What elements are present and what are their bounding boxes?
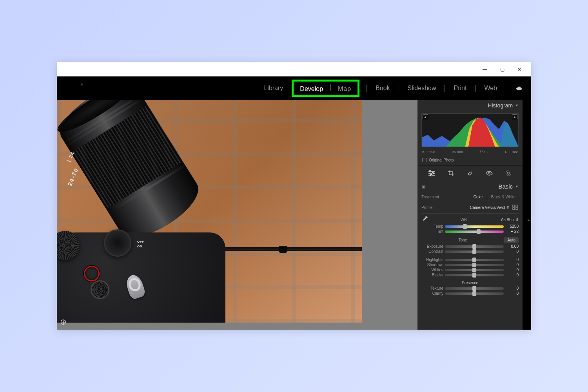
exif-shutter: 1/30 sec xyxy=(505,150,518,154)
blacks-label: Blacks xyxy=(421,273,443,277)
wb-eyedropper-icon[interactable] xyxy=(421,216,428,223)
window-minimize-button[interactable]: — xyxy=(476,63,494,76)
shadows-value[interactable]: 0 xyxy=(505,263,519,267)
zoom-loupe-icon[interactable]: ⊕ xyxy=(60,317,67,327)
svg-point-3 xyxy=(429,171,431,172)
module-print[interactable]: Print xyxy=(452,83,468,93)
exposure-slider[interactable] xyxy=(445,245,504,248)
whites-label: Whites xyxy=(421,268,443,272)
tint-label: Tint xyxy=(421,229,443,234)
app-body: ▴ Library Develop Map Book Slideshow Pri… xyxy=(57,76,531,330)
svg-rect-11 xyxy=(516,205,518,207)
redeye-tool-icon[interactable] xyxy=(484,169,495,178)
whites-slider-row: Whites 0 xyxy=(421,267,519,272)
tone-section-header: Tone Auto xyxy=(421,234,519,244)
module-develop[interactable]: Develop xyxy=(298,84,325,94)
original-photo-row: Original Photo xyxy=(417,156,523,166)
basic-panel-header[interactable]: ◉ Basic ▼ xyxy=(417,181,523,192)
top-panel-collapse-icon[interactable]: ▴ xyxy=(80,80,83,87)
exif-iso: ISO 250 xyxy=(422,150,435,154)
exif-summary: ISO 250 35 mm f / 16 1/30 sec xyxy=(417,149,523,156)
clarity-value[interactable]: 0 xyxy=(505,291,519,296)
presence-section-header: Presence xyxy=(421,278,519,286)
highlights-slider[interactable] xyxy=(445,259,504,261)
app-window: — ▢ ✕ ▴ Library Develop Map Book Slidesh… xyxy=(57,62,531,330)
module-library[interactable]: Library xyxy=(262,83,285,93)
edit-sliders-icon[interactable] xyxy=(426,169,437,178)
texture-value[interactable]: 0 xyxy=(505,286,519,290)
camera-on-label: ON xyxy=(137,244,144,249)
tint-slider[interactable] xyxy=(445,230,504,233)
tint-value[interactable]: + 22 xyxy=(505,229,519,234)
temp-slider-row: Temp 5250 xyxy=(421,224,519,229)
profile-value: Camera Velvia/Vivid xyxy=(470,205,505,210)
wb-row: WB : As Shot ⇵ xyxy=(421,214,519,224)
clarity-slider[interactable] xyxy=(445,292,504,295)
whites-slider[interactable] xyxy=(445,269,504,271)
contrast-value[interactable]: 0 xyxy=(505,249,519,254)
svg-point-4 xyxy=(432,172,434,174)
whites-value[interactable]: 0 xyxy=(505,268,519,272)
highlight-clipping-toggle[interactable]: ▲ xyxy=(512,114,517,119)
treatment-label: Treatment : xyxy=(421,195,441,199)
module-slideshow[interactable]: Slideshow xyxy=(406,83,438,93)
exposure-value[interactable]: 0.00 xyxy=(505,244,519,249)
original-photo-label: Original Photo xyxy=(429,158,454,162)
blacks-value[interactable]: 0 xyxy=(505,273,519,277)
profile-dropdown[interactable]: Camera Velvia/Vivid ⇵ xyxy=(438,205,509,210)
tint-slider-row: Tint + 22 xyxy=(421,229,519,234)
svg-rect-12 xyxy=(513,208,515,210)
histogram-panel-header[interactable]: Histogram ▼ xyxy=(417,100,523,111)
crop-tool-icon[interactable] xyxy=(445,169,456,178)
healing-tool-icon[interactable] xyxy=(465,169,475,178)
texture-label: Texture xyxy=(421,286,443,290)
auto-tone-button[interactable]: Auto xyxy=(504,237,519,243)
shadow-clipping-toggle[interactable]: ▲ xyxy=(423,114,428,119)
panel-visibility-eye-icon[interactable]: ◉ xyxy=(421,184,425,189)
histogram-display[interactable]: ▲ ▲ xyxy=(421,113,519,147)
treatment-bw-option[interactable]: Black & White xyxy=(488,194,519,200)
treatment-color-option[interactable]: Color xyxy=(470,194,486,200)
original-photo-checkbox[interactable] xyxy=(422,158,426,162)
highlights-slider-row: Highlights 0 xyxy=(421,257,519,262)
highlights-label: Highlights xyxy=(421,258,443,262)
annotation-highlight: Develop Map xyxy=(292,80,359,97)
image-canvas[interactable]: | 24 24-70 OFF ON ⊕ xyxy=(57,100,417,330)
temp-label: Temp xyxy=(421,224,443,229)
dropdown-arrows-icon: ⇵ xyxy=(506,206,509,209)
contrast-slider[interactable] xyxy=(445,250,504,253)
shadows-slider[interactable] xyxy=(445,264,504,266)
module-separator xyxy=(399,85,399,92)
temp-slider[interactable] xyxy=(445,225,504,228)
temp-value[interactable]: 5250 xyxy=(505,224,519,229)
histogram-title: Histogram xyxy=(488,102,513,109)
right-panel-expand-icon[interactable]: ▸ xyxy=(526,215,531,225)
module-map[interactable]: Map xyxy=(336,84,353,94)
basic-panel-body: Treatment : Color Black & White Profile … xyxy=(417,192,523,330)
highlights-value[interactable]: 0 xyxy=(505,258,519,262)
texture-slider[interactable] xyxy=(445,287,504,290)
tone-label: Tone xyxy=(421,238,504,242)
cloud-sync-icon[interactable] xyxy=(515,85,523,91)
blacks-slider[interactable] xyxy=(445,274,504,276)
wb-dropdown[interactable]: As Shot ⇵ xyxy=(501,218,519,222)
module-separator xyxy=(367,85,367,92)
svg-rect-10 xyxy=(513,205,515,207)
clarity-label: Clarity xyxy=(421,291,443,296)
masking-tool-icon[interactable] xyxy=(503,169,514,178)
presence-label: Presence xyxy=(421,281,519,285)
exif-aperture: f / 16 xyxy=(480,150,488,154)
window-close-button[interactable]: ✕ xyxy=(511,63,528,76)
separator xyxy=(487,195,487,200)
profile-browser-icon[interactable] xyxy=(512,205,519,210)
shadows-label: Shadows xyxy=(421,263,443,267)
content-area: | 24 24-70 OFF ON ⊕ xyxy=(57,100,531,330)
module-book[interactable]: Book xyxy=(374,83,391,93)
dropdown-arrows-icon: ⇵ xyxy=(516,218,519,221)
svg-point-9 xyxy=(507,172,510,174)
svg-rect-13 xyxy=(516,208,518,210)
window-maximize-button[interactable]: ▢ xyxy=(494,63,511,76)
contrast-slider-row: Contrast 0 xyxy=(421,249,519,254)
module-web[interactable]: Web xyxy=(483,83,499,93)
right-rail: ▸ xyxy=(523,100,531,330)
